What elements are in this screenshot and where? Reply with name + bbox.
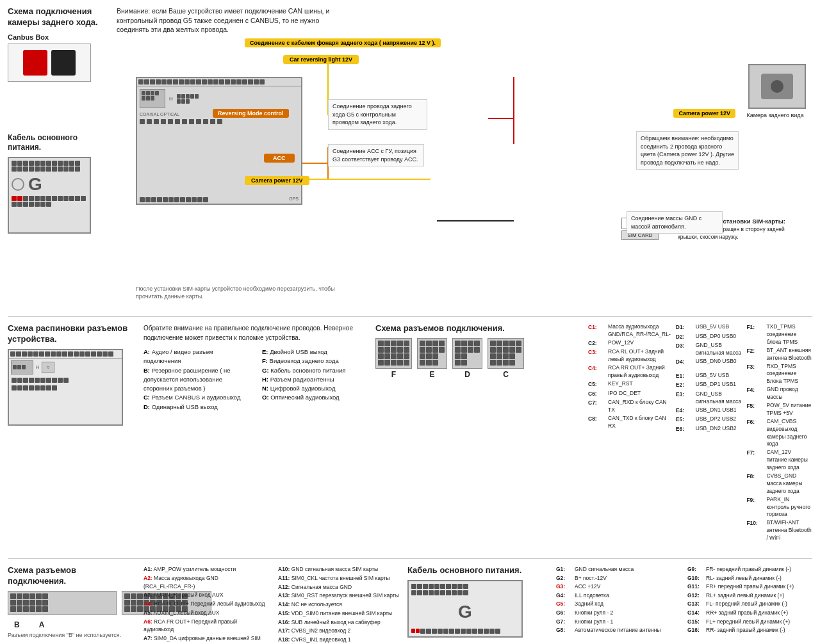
c-spec-col: C1:Масса аудиовыхода GND/RCA_RR-/RCA_RL-… (588, 323, 671, 543)
conn-grid-c (488, 338, 524, 369)
spec-c8: C8:CAN_TXD к блоку CAN RX (588, 415, 671, 430)
spec-e1: E1:USB_5V USB (676, 372, 742, 381)
conn-block-f: F (375, 338, 412, 379)
spec-e6: E6:USB_DN2 USB2 (676, 425, 742, 434)
camera-lens (771, 80, 783, 93)
spec-e5: E5:USB_DP2 USB2 (676, 415, 742, 424)
bottom-section: Схема разъемов подключения. (8, 565, 812, 644)
f-spec-col: F1:TXD_TPMS соединение блока TPMS F2:BT_… (746, 323, 812, 543)
b-connector-block (8, 591, 117, 618)
g13: G13:FL- передний левый динамик (-) (687, 600, 812, 609)
spec-e3: E3:GND_USB сигнальная масса (676, 390, 742, 406)
board-knob-mid: ○ (42, 362, 54, 373)
sim-restart-note: После установки SIM-карты устройство нео… (136, 285, 354, 301)
a-label: A (39, 620, 45, 629)
ba-label: B A (14, 620, 136, 629)
connector-diagram: F E (375, 338, 580, 379)
pinout-pins-mid (9, 376, 122, 384)
g15: G15:FL+ передний левый динамик (+) (687, 618, 812, 627)
pin-item-n: N: Цифровой аудиовыход (262, 384, 368, 393)
cl-a14: A14: NC не используется (278, 600, 400, 609)
spec-c4: C4:RCA RR OUT+ Задний правый аудиовыход (588, 364, 671, 380)
cl-a12: A12: Сигнальная масса GND (278, 583, 400, 592)
spec-c1: C1:Масса аудиовыхода GND/RCA_RR-/RCA_RL- (588, 323, 671, 339)
spec-f5: F5:POW_5V питание TPMS +5V (746, 402, 812, 417)
pinout-section: Схема распиновки разъемов устройства. H … (8, 323, 136, 543)
pinout-notice: Обратите внимание на правильное подключе… (144, 323, 368, 342)
spec-d2: D2:USB_DP0 USB0 (676, 333, 742, 342)
pin-item-a: A: Аудио / видео разъем подключения (144, 348, 249, 366)
g-col-2: G9:FR- передний правый динамик (-) G10:R… (687, 565, 812, 644)
pinout-desc-panel: Обратите внимание на правильное подключе… (144, 323, 368, 543)
spec-c6: C6:IPO DC_DET (588, 390, 671, 399)
camera-power-label-1: Camera power 12V (673, 109, 735, 118)
d-spec-col: D1:USB_5V USB D2:USB_DP0 USB0 D3:GND_USB… (676, 323, 742, 543)
g8: G8:Автоматическое питание антенны (556, 626, 681, 635)
g7: G7:Кнопки руля - 1 (556, 618, 681, 627)
camera-note-box: Обращаем внимание: необходимо соединить … (636, 131, 739, 170)
g5: G5:Задний ход (556, 600, 681, 609)
spec-d4: D4:USB_DN0 USB0 (676, 358, 742, 367)
page: Схема подключения камеры заднего хода. C… (0, 0, 820, 644)
conn-grid-e (417, 338, 447, 369)
g11: G11:FR+ передний правый динамик (+) (687, 583, 812, 592)
top-diagram: Соединение с кабелем фонаря заднего хода… (117, 38, 812, 301)
canbus-red-block (23, 50, 47, 76)
top-left-panel: Схема подключения камеры заднего хода. C… (8, 6, 110, 301)
board-label-h-mid: H (36, 365, 39, 369)
notice-text: Внимание: если Ваше устройство имеет под… (117, 6, 341, 35)
board-inner-module (140, 89, 165, 108)
knob-top (12, 178, 24, 191)
cl-a6: A6: RCA FR OUT+ Передний правый аудиовых… (144, 618, 265, 634)
spec-f9: F9:PARK_IN контроль ручного тормоза (746, 496, 812, 519)
conn-list-grid: A1: AMP_POW усилитель мощности A2: Масса… (144, 565, 400, 644)
power-cable-bottom-title: Кабель основного питания. (407, 565, 548, 576)
connector-b-section: Схема разъемов подключения. (8, 565, 136, 644)
car-reversing-box: Car reversing light 12V (283, 55, 359, 64)
g2: G2:В+ пост.-12V (556, 574, 681, 583)
board-pins-right (177, 94, 199, 104)
g-label-top: G (28, 174, 42, 195)
cl-a13: A13: SIM0_RST перезапуск внешней SIM кар… (278, 592, 400, 600)
specs-row-cf: C1:Масса аудиовыхода GND/RCA_RR-/RCA_RL-… (588, 323, 812, 543)
g16: G16:RR- задний правый динамик (-) (687, 626, 812, 635)
canbus-black-block (51, 50, 76, 76)
cl-a10: A10: GND сигнальная масса SIM карты (278, 565, 400, 574)
pin-item-d: D: Одинарный USB выход (144, 403, 249, 412)
canbus-label: Canbus Box (8, 33, 110, 41)
spec-f3: F3:RXD_TPMS соединение Блока TPMS (746, 363, 812, 386)
divider-1 (8, 316, 812, 317)
spec-f4: F4:GND провод массы (746, 386, 812, 401)
acc-note-box: Соединение ACC с ГУ, позиция G3 соответс… (328, 144, 424, 166)
power-board-top: G (8, 157, 91, 234)
connection-label-top: Соединение с кабелем фонаря заднего хода… (245, 38, 441, 47)
spec-c7: C7:CAN_RXD к блоку CAN TX (588, 399, 671, 414)
g9: G9:FR- передний правый динамик (-) (687, 565, 812, 574)
connector-list: A1: AMP_POW усилитель мощности A2: Масса… (144, 565, 400, 644)
cl-a16: A16: SUB линейный выход на сабвуфер (278, 618, 400, 627)
cl-a18: A18: CVRS_IN1 видеовход 1 (278, 636, 400, 644)
conn-label-f: F (391, 370, 396, 379)
pin-item-c: C: Разъем CANBUS и аудиовыход (144, 393, 249, 402)
spec-d1: D1:USB_5V USB (676, 323, 742, 332)
pin-list: A: Аудио / видео разъем подключения B: Р… (144, 348, 368, 412)
cl-a4: A4: RCA FL OUT+ Передний левый аудиовыхо… (144, 600, 265, 608)
conn-label-e: E (429, 370, 434, 379)
g4: G4:ILL подсветка (556, 592, 681, 600)
conn-grid-f (375, 338, 412, 369)
camera-image (748, 64, 806, 109)
conn-block-e: E (417, 338, 447, 379)
camera-body (761, 74, 793, 99)
pinout-board: H ○ (8, 349, 123, 426)
spec-e4: E4:USB_DN1 USB1 (676, 407, 742, 415)
gnd-note-box: Соединение массы GND с массой автомобиля… (627, 211, 723, 234)
spec-f1: F1:TXD_TPMS соединение блока TPMS (746, 323, 812, 346)
cl-a1: A1: AMP_POW усилитель мощности (144, 565, 265, 574)
g-label-bottom: G (411, 597, 519, 627)
spec-f7: F7:CAM_12V питание камеры заднего хода (746, 449, 812, 472)
reversing-mode-box: Reversing Mode control (213, 109, 289, 118)
b-label: B (14, 620, 20, 629)
pin-item-f: F: Видеовход заднего хода (262, 357, 368, 366)
cl-a2: A2: Масса аудиовыхода GND (RCA_FL-/RCA_F… (144, 574, 265, 591)
g14: G14:RR+ задний правый динамик (+) (687, 609, 812, 618)
